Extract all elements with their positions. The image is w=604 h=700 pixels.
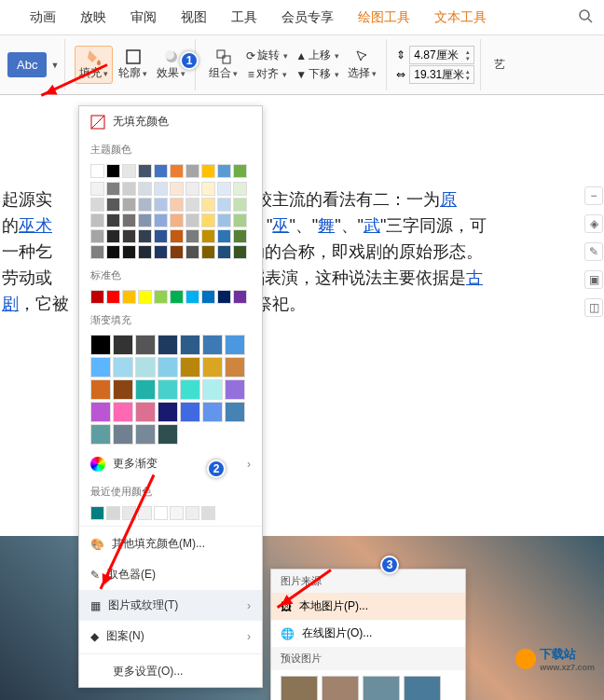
color-swatch[interactable] — [185, 182, 199, 196]
color-swatch[interactable] — [225, 357, 245, 377]
color-swatch[interactable] — [154, 182, 168, 196]
color-swatch[interactable] — [202, 402, 223, 422]
color-swatch[interactable] — [202, 335, 223, 355]
color-swatch[interactable] — [217, 198, 231, 212]
color-swatch[interactable] — [106, 229, 120, 243]
color-swatch[interactable] — [170, 245, 184, 259]
color-swatch[interactable] — [113, 335, 133, 355]
color-swatch[interactable] — [170, 290, 184, 304]
side-minus-icon[interactable]: − — [584, 186, 603, 205]
color-swatch[interactable] — [170, 229, 184, 243]
color-swatch[interactable] — [170, 213, 184, 227]
color-swatch[interactable] — [113, 402, 133, 422]
color-swatch[interactable] — [180, 335, 200, 355]
local-picture-option[interactable]: 🖼本地图片(P)... — [271, 593, 465, 620]
texture-swatch[interactable] — [281, 676, 318, 700]
search-icon[interactable] — [578, 8, 593, 26]
color-swatch[interactable] — [154, 506, 168, 520]
texture-swatch[interactable] — [322, 676, 359, 700]
link-wu1[interactable]: 巫 — [272, 216, 289, 235]
color-swatch[interactable] — [202, 379, 223, 400]
more-settings-option[interactable]: 更多设置(O)... — [79, 656, 262, 687]
color-swatch[interactable] — [90, 402, 111, 422]
color-swatch[interactable] — [185, 290, 199, 304]
color-swatch[interactable] — [122, 198, 136, 212]
color-swatch[interactable] — [90, 335, 111, 355]
no-fill-option[interactable]: 无填充颜色 — [79, 106, 262, 137]
pattern-option[interactable]: ◆图案(N)› — [79, 621, 262, 652]
color-swatch[interactable] — [138, 213, 152, 227]
color-swatch[interactable] — [138, 506, 152, 520]
color-swatch[interactable] — [106, 213, 120, 227]
color-swatch[interactable] — [185, 164, 199, 178]
color-swatch[interactable] — [233, 245, 247, 259]
color-swatch[interactable] — [170, 198, 184, 212]
color-swatch[interactable] — [90, 198, 104, 212]
color-swatch[interactable] — [135, 402, 156, 422]
tab-member[interactable]: 会员专享 — [278, 9, 337, 26]
color-swatch[interactable] — [90, 379, 111, 400]
color-swatch[interactable] — [138, 198, 152, 212]
color-swatch[interactable] — [122, 290, 136, 304]
effect-button[interactable]: 效果▾ — [153, 47, 189, 83]
color-swatch[interactable] — [217, 229, 231, 243]
color-swatch[interactable] — [106, 290, 120, 304]
art-button[interactable]: 艺 — [490, 55, 509, 75]
color-swatch[interactable] — [185, 198, 199, 212]
color-swatch[interactable] — [122, 213, 136, 227]
color-swatch[interactable] — [185, 506, 199, 520]
picture-texture-option[interactable]: ▦图片或纹理(T)› — [79, 590, 262, 621]
color-swatch[interactable] — [90, 290, 104, 304]
color-swatch[interactable] — [201, 245, 215, 259]
color-swatch[interactable] — [154, 290, 168, 304]
height-input[interactable]: 4.87厘米▴▾ — [409, 46, 474, 64]
side-image-icon[interactable]: ▣ — [584, 270, 603, 289]
color-swatch[interactable] — [217, 182, 231, 196]
color-swatch[interactable] — [225, 402, 245, 422]
tab-slideshow[interactable]: 放映 — [76, 9, 110, 26]
color-swatch[interactable] — [233, 290, 247, 304]
more-gradients-option[interactable]: 更多渐变› — [79, 448, 262, 479]
color-swatch[interactable] — [170, 164, 184, 178]
color-swatch[interactable] — [217, 290, 231, 304]
color-swatch[interactable] — [106, 182, 120, 196]
color-swatch[interactable] — [154, 164, 168, 178]
tab-animation[interactable]: 动画 — [26, 9, 60, 26]
color-swatch[interactable] — [106, 245, 120, 259]
tab-view[interactable]: 视图 — [177, 9, 211, 26]
link-ju[interactable]: 剧 — [2, 295, 19, 313]
rotate-button[interactable]: ⟳ 旋转▾ — [243, 47, 291, 64]
color-swatch[interactable] — [202, 357, 223, 377]
color-swatch[interactable] — [135, 379, 156, 400]
color-swatch[interactable] — [138, 229, 152, 243]
color-swatch[interactable] — [138, 245, 152, 259]
color-swatch[interactable] — [185, 245, 199, 259]
tab-drawing-tools[interactable]: 绘图工具 — [354, 9, 414, 26]
color-swatch[interactable] — [225, 335, 245, 355]
color-swatch[interactable] — [201, 290, 215, 304]
color-swatch[interactable] — [170, 182, 184, 196]
color-swatch[interactable] — [135, 335, 156, 355]
move-down-button[interactable]: ▼ 下移▾ — [293, 65, 342, 83]
dropdown-caret-icon[interactable]: ▼ — [50, 61, 59, 70]
color-swatch[interactable] — [106, 164, 120, 178]
color-swatch[interactable] — [201, 198, 215, 212]
color-swatch[interactable] — [122, 229, 136, 243]
color-swatch[interactable] — [185, 213, 199, 227]
color-swatch[interactable] — [201, 164, 215, 178]
tab-text-tools[interactable]: 文本工具 — [431, 9, 490, 26]
color-swatch[interactable] — [217, 213, 231, 227]
move-up-button[interactable]: ▲ 上移▾ — [293, 47, 342, 64]
color-swatch[interactable] — [158, 402, 178, 422]
color-swatch[interactable] — [158, 424, 178, 445]
outline-button[interactable]: 轮廓▾ — [115, 47, 151, 83]
color-swatch[interactable] — [90, 164, 104, 178]
texture-swatch[interactable] — [404, 676, 441, 700]
color-swatch[interactable] — [201, 506, 215, 520]
color-swatch[interactable] — [138, 164, 152, 178]
group-button[interactable]: 组合▾ — [205, 47, 241, 83]
color-swatch[interactable] — [122, 182, 136, 196]
link-wu2[interactable]: 舞 — [318, 216, 335, 235]
color-swatch[interactable] — [180, 379, 200, 400]
color-swatch[interactable] — [201, 229, 215, 243]
